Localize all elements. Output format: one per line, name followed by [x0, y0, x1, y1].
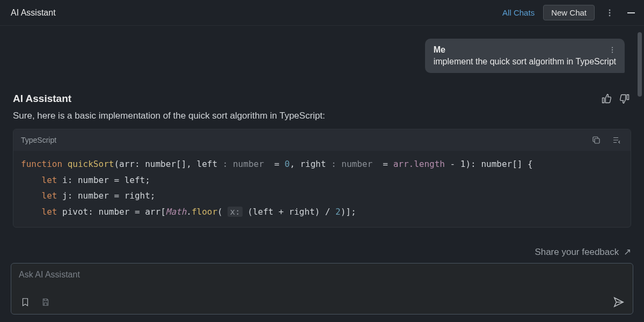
svg-point-1 — [609, 12, 611, 13]
scrollbar-thumb[interactable] — [638, 32, 642, 97]
user-author-label: Me — [434, 45, 445, 55]
code-header: TypeScript — [13, 129, 631, 151]
assistant-message: AI Assistant Sure, here is a basic imple… — [13, 92, 631, 228]
new-chat-button[interactable]: New Chat — [543, 5, 595, 20]
bookmark-icon[interactable] — [19, 296, 32, 309]
svg-point-3 — [612, 47, 613, 48]
svg-point-4 — [612, 49, 613, 50]
code-language-label: TypeScript — [21, 136, 56, 144]
composer — [11, 263, 633, 314]
minimize-icon[interactable] — [625, 6, 638, 19]
thumbs-down-icon[interactable] — [618, 92, 631, 105]
insert-code-icon[interactable] — [610, 134, 623, 147]
external-link-icon: ↗ — [621, 247, 631, 257]
titlebar-actions: All Chats New Chat — [502, 5, 638, 20]
user-message-bubble: Me implement the quick sort algorithm in… — [425, 39, 625, 73]
user-message-menu-icon[interactable] — [609, 46, 616, 54]
user-message-row: Me implement the quick sort algorithm in… — [13, 39, 631, 73]
svg-point-0 — [609, 9, 611, 11]
thumbs-up-icon[interactable] — [600, 92, 613, 105]
all-chats-link[interactable]: All Chats — [502, 8, 535, 17]
app-title: AI Assistant — [11, 8, 56, 18]
user-message-text: implement the quick sort algorithm in Ty… — [434, 57, 616, 67]
svg-point-5 — [612, 52, 613, 53]
chat-area: Me implement the quick sort algorithm in… — [0, 26, 644, 241]
more-options-icon[interactable] — [603, 6, 616, 19]
code-body[interactable]: function quickSort(arr: number[], left :… — [13, 151, 631, 227]
copy-code-icon[interactable] — [590, 134, 603, 147]
titlebar: AI Assistant All Chats New Chat — [0, 0, 644, 26]
svg-rect-6 — [595, 138, 599, 143]
code-block: TypeScript function quickSort(arr: numbe… — [13, 129, 631, 228]
svg-point-2 — [609, 14, 611, 16]
share-feedback-link[interactable]: Share your feedback ↗ — [0, 241, 644, 263]
assistant-intro-text: Sure, here is a basic implementation of … — [13, 111, 631, 121]
composer-input[interactable] — [19, 270, 625, 280]
assistant-author-label: AI Assistant — [13, 93, 71, 105]
feedback-icons — [600, 92, 631, 105]
save-icon[interactable] — [39, 296, 52, 309]
send-icon[interactable] — [612, 296, 625, 309]
